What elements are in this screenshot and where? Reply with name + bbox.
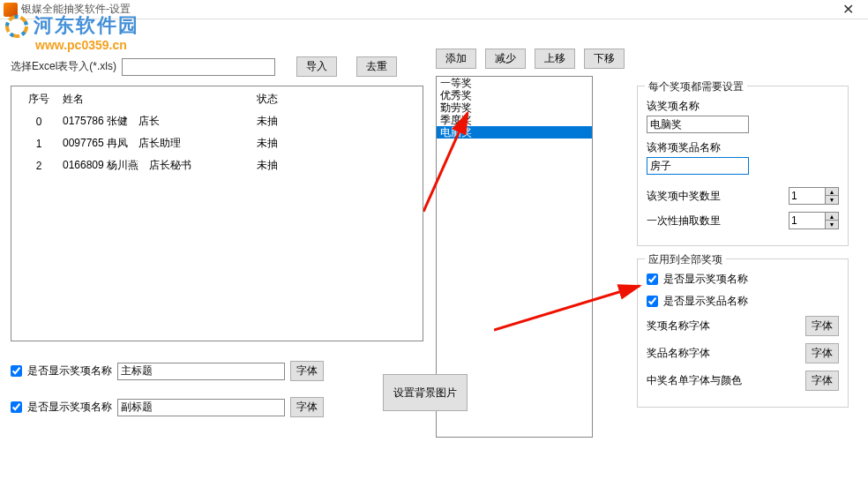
dedup-button[interactable]: 去重	[356, 56, 397, 77]
prize-name-label: 该奖项名称	[647, 99, 839, 114]
table-row[interactable]: 00175786 张健 店长未抽	[17, 110, 417, 132]
apply-all-group: 应用到全部奖项 是否显示奖项名称 是否显示奖品名称 奖项名称字体字体 奖品名称字…	[637, 258, 849, 408]
apply-show-item-name-label: 是否显示奖品名称	[663, 294, 748, 309]
import-path-input[interactable]	[122, 58, 275, 76]
table-row[interactable]: 10097765 冉凤 店长助理未抽	[17, 132, 417, 154]
font-button-sub[interactable]: 字体	[290, 397, 324, 417]
prize-item-label: 该将项奖品名称	[647, 140, 839, 155]
show-prize-name-check-2[interactable]	[11, 401, 22, 413]
move-down-button[interactable]: 下移	[584, 49, 625, 69]
winner-font-label: 中奖名单字体与颜色	[647, 373, 742, 388]
prize-name-font-label: 奖项名称字体	[647, 318, 710, 333]
table-row[interactable]: 20166809 杨川燕 店长秘书未抽	[17, 154, 417, 176]
titlebar: 银媒全能抽奖软件-设置 ✕	[0, 0, 868, 19]
prize-settings-group: 每个奖项都需要设置 该奖项名称 该将项奖品名称 该奖项中奖数里 ▲▼ 一次性抽取…	[637, 86, 849, 246]
show-prize-name-check-1[interactable]	[11, 365, 22, 377]
import-label: 选择Excel表导入(*.xls)	[11, 59, 116, 74]
window-title: 银媒全能抽奖软件-设置	[21, 2, 831, 17]
list-item[interactable]: 一等奖	[437, 77, 592, 89]
import-button[interactable]: 导入	[296, 56, 337, 77]
apply-show-prize-name-check[interactable]	[647, 273, 658, 285]
move-up-button[interactable]: 上移	[535, 49, 575, 69]
th-name: 姓名	[61, 88, 255, 110]
per-draw-label: 一次性抽取数里	[647, 214, 721, 229]
list-item[interactable]: 电脑奖	[437, 126, 592, 139]
apply-show-item-name-check[interactable]	[647, 296, 658, 307]
th-no: 序号	[17, 88, 61, 110]
apply-show-prize-name-label: 是否显示奖项名称	[663, 272, 748, 287]
prize-count-label: 该奖项中奖数里	[647, 189, 721, 204]
participant-table[interactable]: 序号 姓名 状态 00175786 张健 店长未抽10097765 冉凤 店长助…	[11, 86, 423, 341]
spin-down-icon[interactable]: ▼	[826, 221, 838, 229]
main-title-input[interactable]	[117, 363, 285, 380]
sub-title-input[interactable]	[117, 399, 285, 416]
spin-up-icon[interactable]: ▲	[826, 188, 838, 196]
per-draw-spinner[interactable]: ▲▼	[789, 212, 839, 229]
list-item[interactable]: 季度奖	[437, 114, 592, 126]
show-prize-name-label-1: 是否显示奖项名称	[27, 363, 112, 378]
spin-down-icon[interactable]: ▼	[826, 196, 838, 204]
show-prize-name-label-2: 是否显示奖项名称	[27, 400, 112, 415]
app-icon	[4, 3, 18, 17]
set-bg-button[interactable]: 设置背景图片	[383, 374, 468, 411]
prize-name-input[interactable]	[647, 116, 749, 133]
remove-button[interactable]: 减少	[485, 49, 526, 69]
list-item[interactable]: 勤劳奖	[437, 101, 592, 114]
winner-font-button[interactable]: 字体	[805, 371, 839, 391]
spin-up-icon[interactable]: ▲	[826, 213, 838, 221]
font-button-main[interactable]: 字体	[290, 361, 324, 381]
prize-settings-legend: 每个奖项都需要设置	[645, 79, 747, 94]
add-button[interactable]: 添加	[436, 49, 476, 69]
list-item[interactable]: 优秀奖	[437, 89, 592, 101]
prize-count-spinner[interactable]: ▲▼	[789, 187, 839, 205]
th-status: 状态	[255, 88, 417, 110]
apply-all-legend: 应用到全部奖项	[645, 252, 726, 267]
close-button[interactable]: ✕	[831, 0, 864, 19]
item-name-font-button[interactable]: 字体	[805, 343, 839, 363]
prize-item-input[interactable]	[647, 157, 749, 175]
prize-name-font-button[interactable]: 字体	[805, 316, 839, 336]
item-name-font-label: 奖品名称字体	[647, 346, 710, 361]
